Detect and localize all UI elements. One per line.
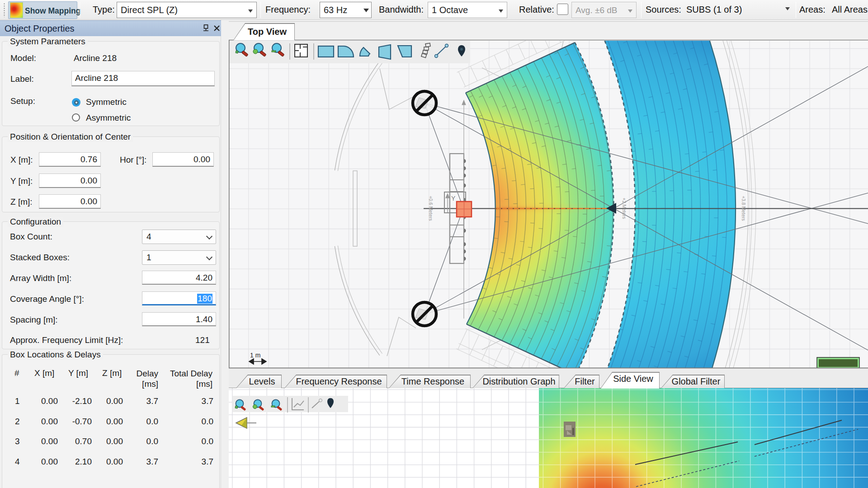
svg-text:+2 Meters: +2 Meters xyxy=(622,198,627,219)
svg-text:1 m: 1 m xyxy=(250,352,260,359)
svg-text:+3.8 Meters: +3.8 Meters xyxy=(741,196,746,221)
svg-text:+0.6 Meters: +0.6 Meters xyxy=(428,196,434,221)
svg-text:Y: Y xyxy=(451,195,456,202)
